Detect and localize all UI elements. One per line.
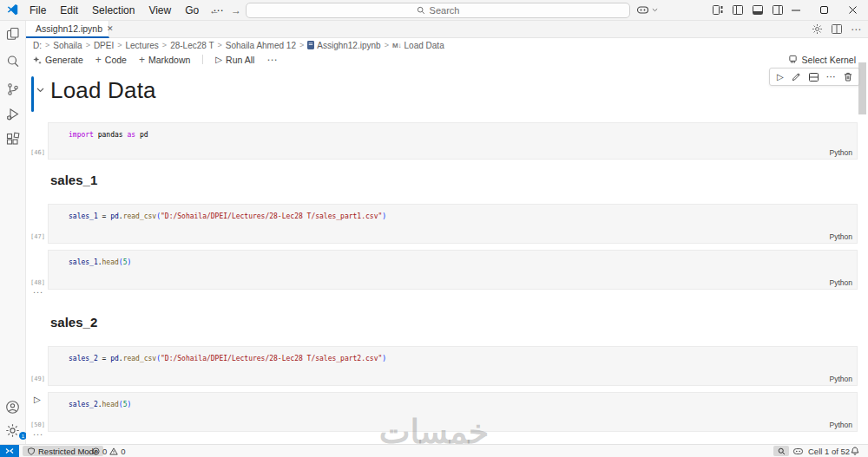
extensions-icon [6, 132, 20, 146]
heading-sales-2[interactable]: sales_2 [50, 315, 97, 330]
editor-actions: ⋯ [812, 21, 861, 37]
warning-icon [109, 447, 118, 455]
menu-go[interactable]: Go [178, 4, 206, 16]
cell-position-indicator[interactable]: Cell 1 of 52 [808, 445, 850, 457]
code-cell-head-sales1[interactable]: [48] sales_1.head(5) Python [48, 250, 858, 290]
cell-more-icon[interactable]: ⋯ [826, 71, 836, 82]
breadcrumb-item[interactable]: Sohaila Ahmed 12 [226, 41, 296, 50]
code-token: "D:/Sohaila/DPEI/Lectures/28-Lec28 T/sal… [161, 355, 382, 362]
account-icon [5, 400, 20, 415]
execution-count: [49] [30, 375, 45, 382]
command-center-search[interactable]: Search [246, 3, 630, 18]
problems-indicator[interactable]: 0 0 [92, 445, 126, 457]
sidebar-item-run-debug[interactable] [0, 108, 25, 121]
copilot-menu[interactable] [636, 0, 658, 20]
sidebar-item-search[interactable] [0, 55, 25, 69]
breadcrumb-item[interactable]: Lectures [126, 41, 159, 50]
menu-view[interactable]: View [141, 4, 178, 16]
code-token: ) [127, 258, 131, 266]
history-forward-icon[interactable]: → [231, 4, 241, 16]
cell-delete-icon[interactable] [844, 72, 852, 82]
collapse-chevron-icon[interactable] [36, 88, 44, 93]
cell-split-icon[interactable] [809, 73, 819, 82]
breadcrumb-item[interactable]: D: [33, 41, 42, 50]
cell-language-label[interactable]: Python [830, 375, 852, 383]
tab-close-icon[interactable]: ✕ [107, 24, 114, 33]
kernel-icon [788, 55, 798, 64]
breadcrumb: D:> Sohaila> DPEI> Lectures> 28-Lec28 T>… [26, 38, 868, 52]
code-token: sales_2 [69, 401, 98, 408]
breadcrumb-item-file[interactable]: Assighn12.ipynb [317, 41, 380, 50]
close-button[interactable] [838, 0, 867, 20]
cell-edit-icon[interactable] [792, 72, 801, 82]
code-token: sales_1 [69, 212, 98, 220]
vscode-window: File Edit Selection View Go ⋯ ← → Search [0, 0, 868, 457]
cell-language-label[interactable]: Python [830, 278, 852, 287]
breadcrumb-item[interactable]: DPEI [94, 41, 114, 50]
toggle-primary-sidebar-icon[interactable] [732, 4, 744, 16]
heading-sales-1[interactable]: sales_1 [50, 173, 97, 187]
shield-icon [28, 447, 35, 455]
menu-edit[interactable]: Edit [53, 4, 85, 16]
restricted-mode-label: Restricted Mode [38, 447, 98, 456]
code-line[interactable]: sales_2 = pd.read_csv("D:/Sohaila/DPEI/L… [69, 355, 386, 362]
titlebar: File Edit Selection View Go ⋯ ← → Search [0, 0, 868, 21]
hidden-output-dots[interactable]: ... [33, 287, 43, 292]
code-cell-read-sales1[interactable]: [47] sales_1 = pd.read_csv("D:/Sohaila/D… [48, 204, 858, 244]
add-code-button[interactable]: + Code [95, 55, 127, 65]
toggle-panel-icon[interactable] [752, 4, 764, 16]
breadcrumb-item[interactable]: 28-Lec28 T [170, 41, 214, 50]
select-kernel-button[interactable]: Select Kernel [788, 52, 856, 67]
status-search-button[interactable] [773, 446, 789, 456]
toolbar-more-button[interactable]: ⋯ [266, 54, 277, 66]
run-all-button[interactable]: ▷ Run All [215, 55, 254, 65]
sidebar-item-extensions[interactable] [0, 132, 25, 146]
menubar: File Edit Selection View Go ⋯ [23, 0, 230, 20]
split-editor-icon[interactable] [832, 24, 842, 34]
cell-run-button[interactable]: ▷ [34, 395, 41, 404]
cell-language-label[interactable]: Python [830, 148, 852, 157]
history-back-icon[interactable]: ← [209, 4, 220, 16]
cell-language-label[interactable]: Python [830, 421, 852, 429]
tab-assighn12[interactable]: Assighn12.ipynb ✕ [26, 21, 109, 38]
breadcrumb-separator: > [117, 41, 122, 49]
maximize-button[interactable] [810, 0, 838, 20]
remote-indicator[interactable] [0, 445, 19, 457]
menu-file[interactable]: File [23, 4, 53, 16]
history-nav: ← → [209, 0, 241, 20]
tab-bar: Assighn12.ipynb ✕ ⋯ [26, 21, 868, 38]
customize-layout-icon[interactable] [712, 4, 724, 16]
add-code-label: Code [105, 55, 127, 65]
cell-run-icon[interactable]: ▷ [777, 73, 784, 82]
status-copilot-button[interactable] [792, 445, 804, 457]
breadcrumb-item-section[interactable]: Load Data [404, 41, 444, 50]
breadcrumb-separator: > [299, 41, 304, 49]
code-token: import [69, 131, 94, 139]
generate-button[interactable]: Generate [33, 55, 83, 65]
code-token: pandas [94, 131, 128, 139]
code-cell-import[interactable]: [46] import pandas as pd Python [48, 122, 858, 160]
breadcrumb-item[interactable]: Sohaila [53, 41, 82, 50]
settings-button[interactable]: 1 [0, 423, 25, 438]
minimize-button[interactable] [781, 0, 810, 20]
run-all-label: Run All [226, 55, 254, 65]
scrollbar-thumb[interactable] [858, 62, 866, 114]
code-line[interactable]: import pandas as pd [69, 131, 148, 139]
sidebar-item-explorer[interactable] [0, 27, 25, 41]
code-cell-read-sales2[interactable]: [49] sales_2 = pd.read_csv("D:/Sohaila/D… [48, 346, 858, 386]
code-line[interactable]: sales_1.head(5) [69, 258, 131, 266]
sidebar-item-source-control[interactable] [0, 82, 25, 96]
code-token: read_csv [123, 355, 157, 362]
hidden-output-dots[interactable]: ... [33, 429, 43, 434]
bell-icon [851, 447, 859, 456]
editor-more-actions-icon[interactable]: ⋯ [851, 23, 861, 36]
menu-selection[interactable]: Selection [85, 4, 141, 16]
notifications-bell-button[interactable] [851, 445, 859, 457]
add-markdown-button[interactable]: + Markdown [139, 55, 190, 65]
cell-language-label[interactable]: Python [830, 232, 852, 241]
code-line[interactable]: sales_1 = pd.read_csv("D:/Sohaila/DPEI/L… [69, 212, 386, 220]
breadcrumb-separator: > [45, 41, 49, 49]
notebook-settings-gear-icon[interactable] [812, 23, 823, 35]
code-line[interactable]: sales_2.head(5) [69, 401, 131, 408]
account-button[interactable] [0, 400, 25, 415]
